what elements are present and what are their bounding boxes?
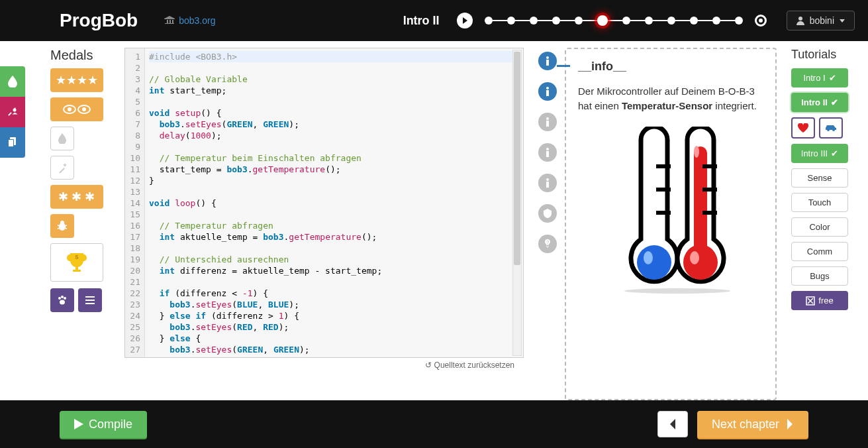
svg-point-29 <box>546 117 549 120</box>
tutorial-intro-i[interactable]: Intro I✔ <box>791 68 848 87</box>
svg-point-36 <box>637 245 671 280</box>
main-area: Medals ★★★★ ✱ ✱ ✱ 5 12345678910111213141… <box>0 41 868 400</box>
svg-point-47 <box>624 288 730 294</box>
step-dot-6[interactable] <box>597 15 608 26</box>
svg-line-15 <box>58 228 60 229</box>
tutorial-intro-ii[interactable]: Intro II✔ <box>791 93 848 112</box>
top-header: ProgBob bob3.org Intro II bobini <box>0 0 868 41</box>
svg-rect-23 <box>85 300 95 301</box>
medal-trophy[interactable]: 5 <box>50 243 103 282</box>
svg-point-7 <box>68 107 72 111</box>
side-tab-drop[interactable] <box>0 66 25 97</box>
tutorial-color[interactable]: Color <box>791 217 848 237</box>
info-bullet-4[interactable] <box>538 143 557 162</box>
medal-stars[interactable]: ★★★★ <box>50 68 103 92</box>
svg-point-18 <box>58 297 61 300</box>
tutorial-comm[interactable]: Comm <box>791 242 848 261</box>
medal-gears[interactable]: ✱ ✱ ✱ <box>50 185 103 209</box>
tutorial-intro-iii[interactable]: Intro III✔ <box>791 144 848 163</box>
step-dot-11[interactable] <box>712 17 720 25</box>
svg-point-43 <box>694 146 699 158</box>
step-dot-8[interactable] <box>645 17 653 25</box>
reset-code-link[interactable]: ↺ Quelltext zurücksetzen <box>124 358 524 370</box>
prev-chapter-button[interactable] <box>657 411 688 437</box>
svg-point-41 <box>683 245 718 280</box>
tutorial-car[interactable] <box>819 117 843 139</box>
side-tabs <box>0 66 25 158</box>
step-dot-2[interactable] <box>507 17 515 25</box>
svg-point-27 <box>546 87 549 89</box>
svg-rect-2 <box>8 112 12 116</box>
step-dot-5[interactable] <box>575 17 583 25</box>
medals-title: Medals <box>50 48 110 63</box>
side-tab-pin[interactable] <box>0 97 25 127</box>
chapter-start-icon[interactable] <box>457 13 473 28</box>
editor-scrollbar[interactable] <box>512 50 522 356</box>
footer-bar: Compile Next chapter <box>0 400 868 448</box>
side-tab-copy[interactable] <box>0 127 25 158</box>
info-bullet-1[interactable] <box>538 52 557 70</box>
site-link[interactable]: bob3.org <box>164 15 215 26</box>
svg-rect-28 <box>546 90 549 96</box>
info-title: __info__ <box>578 60 763 74</box>
info-bullet-3[interactable] <box>538 113 557 131</box>
medal-wand[interactable] <box>50 156 74 180</box>
svg-rect-22 <box>85 296 95 298</box>
step-dot-10[interactable] <box>690 17 698 25</box>
chapter-end-icon[interactable] <box>755 15 767 27</box>
info-bullet-2[interactable] <box>538 82 557 101</box>
medal-bug[interactable] <box>50 214 74 238</box>
svg-text:5: 5 <box>75 254 78 260</box>
user-menu-button[interactable]: bobini <box>787 11 855 30</box>
compile-button[interactable]: Compile <box>60 411 147 438</box>
tutorials-column: Tutorials Intro I✔Intro II✔Intro III✔Sen… <box>791 48 848 400</box>
tutorial-bugs[interactable]: Bugs <box>791 266 848 286</box>
editor-column: 1234567891011121314151617181920212223242… <box>124 48 524 400</box>
svg-rect-10 <box>58 168 65 173</box>
medal-drop[interactable] <box>50 127 74 150</box>
svg-point-33 <box>546 178 549 181</box>
svg-point-9 <box>82 107 86 111</box>
step-dot-1[interactable] <box>485 17 493 25</box>
info-bullet-6[interactable] <box>538 204 557 223</box>
medal-eyes[interactable] <box>50 97 103 121</box>
next-chapter-button[interactable]: Next chapter <box>697 411 808 438</box>
chevron-left-icon <box>669 419 677 429</box>
tutorial-heart[interactable] <box>791 117 815 139</box>
user-icon <box>796 16 804 25</box>
caret-down-icon <box>840 19 845 23</box>
thermometer-image <box>578 127 763 299</box>
step-dot-12[interactable] <box>735 17 743 25</box>
info-bullet-5[interactable] <box>538 174 557 192</box>
step-dots <box>485 15 743 26</box>
svg-rect-5 <box>9 140 13 146</box>
scroll-thumb[interactable] <box>514 52 520 265</box>
info-bullet-7[interactable]: ? <box>538 235 557 253</box>
svg-point-31 <box>546 148 549 150</box>
svg-rect-26 <box>546 60 549 66</box>
medal-paw[interactable] <box>50 288 74 312</box>
tutorial-free[interactable]: free <box>791 291 848 310</box>
step-dot-9[interactable] <box>667 17 675 25</box>
bank-icon <box>164 16 175 25</box>
svg-text:?: ? <box>546 239 550 245</box>
tutorial-sense[interactable]: Sense <box>791 168 848 188</box>
svg-point-21 <box>60 300 65 305</box>
info-bullets: ? <box>538 48 557 400</box>
brand-logo[interactable]: ProgBob <box>60 10 138 31</box>
step-dot-7[interactable] <box>622 17 630 25</box>
svg-rect-32 <box>546 151 549 157</box>
step-dot-3[interactable] <box>530 17 538 25</box>
step-dot-4[interactable] <box>552 17 560 25</box>
next-chapter-label: Next chapter <box>712 418 779 431</box>
code-editor[interactable]: 1234567891011121314151617181920212223242… <box>124 48 524 358</box>
chapter-progress: Intro II <box>403 13 767 28</box>
tutorial-touch[interactable]: Touch <box>791 193 848 212</box>
medals-column: Medals ★★★★ ✱ ✱ ✱ 5 <box>50 48 110 400</box>
medal-menu[interactable] <box>78 288 102 312</box>
editor-gutter: 1234567891011121314151617181920212223242… <box>125 48 145 357</box>
svg-point-19 <box>61 296 64 298</box>
svg-line-13 <box>58 225 60 226</box>
svg-line-16 <box>65 228 67 229</box>
editor-code[interactable]: #include <BOB3.h> // Globale Variableint… <box>145 48 523 357</box>
